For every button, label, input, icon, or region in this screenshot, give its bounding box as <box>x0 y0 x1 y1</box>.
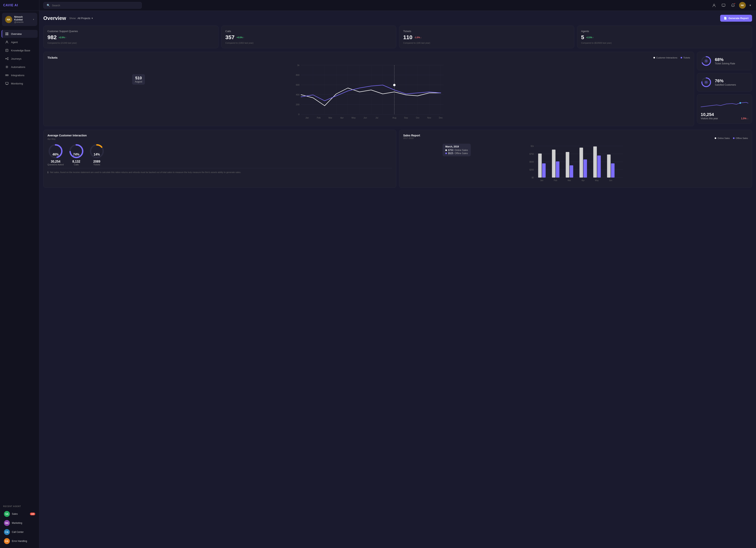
metric-pct-solving: 68% <box>715 57 748 62</box>
svg-text:$0: $0 <box>532 177 534 179</box>
svg-rect-87 <box>538 154 542 178</box>
chart-tooltip: 510 August <box>132 74 145 85</box>
sales-tooltip-offline-val: $525 <box>448 152 453 155</box>
sales-tooltip-online-dot <box>445 149 447 151</box>
info-bar: ℹ Net sales, found on the income stateme… <box>47 168 392 176</box>
svg-line-14 <box>6 59 7 59</box>
stat-card-calls: Calls 357 +0.5% ↑ Compared to (1002 last… <box>221 26 397 48</box>
donut-calls: 74% 8,132 Calls <box>69 143 84 166</box>
visitors-info: 10,254 Visitors this year <box>701 110 718 120</box>
logo-text: CAVIE AI <box>3 4 18 7</box>
sales-report-card: Sales Report 2017-2018 Online Sales Offl… <box>399 130 752 188</box>
sales-tooltip-online-val: $750 <box>448 149 453 152</box>
avg-period: Apr-May <box>47 138 392 140</box>
svg-point-22 <box>713 4 715 6</box>
stat-compare-tickets: Compared to (165 last year) <box>403 42 570 44</box>
profile-icon[interactable] <box>711 2 717 9</box>
svg-text:Jun: Jun <box>609 179 612 181</box>
ring-container-satisfied <box>701 77 712 88</box>
stat-value-row-calls: 357 +0.5% ↑ <box>225 34 392 41</box>
stat-compare-calls: Compared to (1002 last year) <box>225 42 392 44</box>
agent-item-marketing[interactable]: MA Marketing <box>3 518 36 528</box>
sidebar-item-label: Agent <box>11 41 18 44</box>
svg-text:Aug: Aug <box>392 117 396 119</box>
donut-pct-calls: 74% <box>73 153 80 156</box>
agent-item-callcenter[interactable]: CA Call Center <box>3 528 36 537</box>
legend-dot-online <box>715 137 716 139</box>
agent-item-errorhandling[interactable]: EA Error Handling <box>3 537 36 546</box>
visitors-card: 10,254 Visitors this year 1.5% ↓ <box>697 94 752 124</box>
svg-text:Apr: Apr <box>582 179 585 181</box>
svg-rect-4 <box>6 34 7 35</box>
monitoring-icon <box>5 82 9 85</box>
svg-rect-2 <box>6 32 7 34</box>
stat-card-agents: Agents 5 +2.5% ↑ Compared to ($10500 las… <box>577 26 752 48</box>
tickets-chart-svg-wrap: 1k 800 600 400 200 0 <box>47 62 690 122</box>
donut-svg-tickets <box>89 143 105 159</box>
sidebar-item-monitoring[interactable]: Monitoring <box>2 80 38 87</box>
donut-pct-tickets: 14% <box>94 153 100 156</box>
show-filter[interactable]: Show: All Projects ▾ <box>69 17 93 20</box>
svg-text:200: 200 <box>296 103 299 106</box>
sales-header: Sales Report 2017-2018 Online Sales Offl… <box>403 134 748 143</box>
agent-avatar-errorhandling: EA <box>4 538 10 544</box>
info-icon: ℹ <box>47 171 48 174</box>
legend-label-interactions: Customer Interactions <box>656 56 677 59</box>
svg-text:Sep: Sep <box>404 117 408 119</box>
svg-text:$500: $500 <box>529 161 534 163</box>
info-text: Net sales, found on the income statement… <box>50 171 241 174</box>
search-box[interactable]: 🔍 <box>43 2 142 9</box>
knowledge-base-icon <box>5 49 9 52</box>
svg-text:Jun: Jun <box>363 117 367 119</box>
generate-report-button[interactable]: 📄 Generate Report <box>720 15 752 22</box>
stat-value-row-tickets: 110 -1.5% ↓ <box>403 34 570 41</box>
svg-text:NK: NK <box>741 4 744 6</box>
user-profile-pic[interactable]: NK <box>739 2 746 9</box>
page-title: Overview <box>43 15 66 21</box>
sidebar-item-label: Knowledge Base <box>11 49 30 52</box>
stat-change-queries: +2.5% ↑ <box>59 36 66 39</box>
svg-text:May: May <box>595 179 599 181</box>
sales-period: 2017-2018 <box>403 137 420 139</box>
svg-point-10 <box>6 58 6 59</box>
sidebar-item-knowledge-base[interactable]: Knowledge Base <box>2 46 38 54</box>
chat-icon[interactable] <box>720 2 727 9</box>
ring-icon-solving <box>704 59 709 63</box>
svg-rect-92 <box>570 165 573 178</box>
sidebar-item-overview[interactable]: Overview <box>2 30 38 38</box>
charts-row: Tickets Customer Interactions Tickets <box>43 52 752 126</box>
svg-rect-95 <box>593 146 597 178</box>
agent-name-errorhandling: Error Handling <box>12 540 35 542</box>
donut-pct-questions: 46% <box>52 153 59 156</box>
topbar-chevron-icon[interactable]: ▾ <box>749 4 752 7</box>
user-card[interactable]: NK Nimesh Kuinkel @nimeshk ▾ <box>2 13 37 26</box>
tickets-chart-svg: 1k 800 600 400 200 0 <box>47 62 690 121</box>
legend-label-tickets: Tickets <box>683 56 690 59</box>
page-title-row: Overview Show: All Projects ▾ <box>43 15 93 21</box>
avatar: NK <box>5 16 12 23</box>
metric-label-satisfied: Satisfied Customers <box>715 83 748 86</box>
search-input[interactable] <box>52 4 138 7</box>
sidebar-item-integrations[interactable]: Integrations <box>2 71 38 79</box>
agent-item-sales[interactable]: SA Sales 120 <box>3 509 36 518</box>
stat-change-agents: +2.5% ↑ <box>586 36 594 39</box>
nav-section: Overview Agent Knowledge Base Journeys A… <box>0 28 39 503</box>
notification-icon[interactable] <box>730 2 736 9</box>
sidebar-item-agent[interactable]: Agent <box>2 38 38 46</box>
donut-svg-calls <box>69 143 84 159</box>
svg-point-12 <box>7 59 8 60</box>
agent-avatar-callcenter: CA <box>4 529 10 535</box>
svg-text:Feb: Feb <box>554 179 557 181</box>
sidebar-item-automations[interactable]: Automations <box>2 63 38 71</box>
sales-tooltip-month: March, 2019 <box>445 145 468 148</box>
legend-item-online: Online Sales <box>715 137 730 139</box>
svg-rect-19 <box>6 82 8 84</box>
user-handle: @nimeshk <box>14 21 31 23</box>
avg-metrics: 46% 30,254 Questions Asked <box>47 143 392 166</box>
sidebar-item-label: Integrations <box>11 74 24 77</box>
metric-info-satisfied: 76% Satisfied Customers <box>715 78 748 86</box>
metric-num-tickets: 2089 <box>93 160 100 163</box>
sidebar-item-journeys[interactable]: Journeys <box>2 55 38 63</box>
sales-tooltip: March, 2019 $750 Online Sales $525 Offli… <box>443 144 471 156</box>
svg-point-51 <box>393 84 395 86</box>
